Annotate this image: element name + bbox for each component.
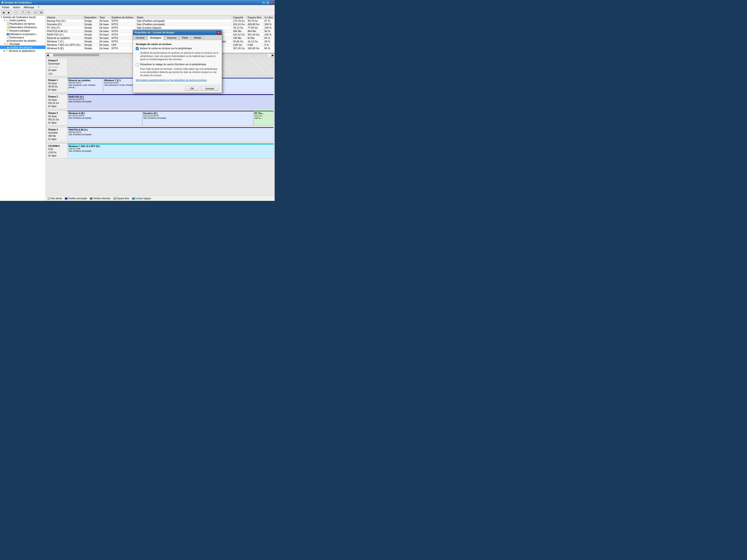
tab-strategies[interactable]: Stratégies bbox=[147, 35, 164, 40]
dialog-body: Stratégie de cache en écriture Activer l… bbox=[133, 40, 222, 84]
checkbox-row-2: Désactiver le vidage du cache d'écriture… bbox=[136, 63, 219, 66]
tab-general[interactable]: Général bbox=[133, 35, 147, 40]
checkbox-row-1: Activer le cache en écriture sur le péri… bbox=[136, 47, 219, 50]
dialog-close-button[interactable]: ✕ bbox=[217, 31, 221, 34]
tab-volumes[interactable]: Volumes bbox=[164, 35, 179, 40]
checkbox2-description: Pour éviter la perte de données, n'activ… bbox=[140, 68, 219, 77]
dialog-tabs: Général Stratégies Volumes Pilote Détail… bbox=[133, 35, 222, 40]
dialog-overlay: Propriétés de : Lecteur de disque ✕ Géné… bbox=[0, 0, 275, 206]
disable-flush-checkbox[interactable] bbox=[136, 63, 139, 66]
dialog-title-bar: Propriétés de : Lecteur de disque ✕ bbox=[133, 30, 222, 35]
ok-button[interactable]: OK bbox=[185, 86, 199, 91]
disk-properties-dialog: Propriétés de : Lecteur de disque ✕ Géné… bbox=[133, 30, 222, 93]
cancel-button[interactable]: Annuler bbox=[201, 86, 219, 91]
checkbox2-label: Désactiver le vidage du cache d'écriture… bbox=[140, 63, 206, 65]
dialog-title: Propriétés de : Lecteur de disque bbox=[134, 31, 174, 34]
more-info-link[interactable]: Informations supplémentaires sur les par… bbox=[136, 79, 219, 81]
enable-write-cache-checkbox[interactable] bbox=[136, 47, 139, 50]
dialog-section-title: Stratégie de cache en écriture bbox=[136, 43, 219, 46]
dialog-footer: OK Annuler bbox=[133, 84, 222, 92]
checkbox1-description: Améliore les performances du système en … bbox=[140, 51, 219, 61]
checkbox1-label: Activer le cache en écriture sur le péri… bbox=[140, 47, 192, 50]
tab-pilote[interactable]: Pilote bbox=[179, 35, 191, 40]
tab-details[interactable]: Détails bbox=[191, 35, 204, 40]
